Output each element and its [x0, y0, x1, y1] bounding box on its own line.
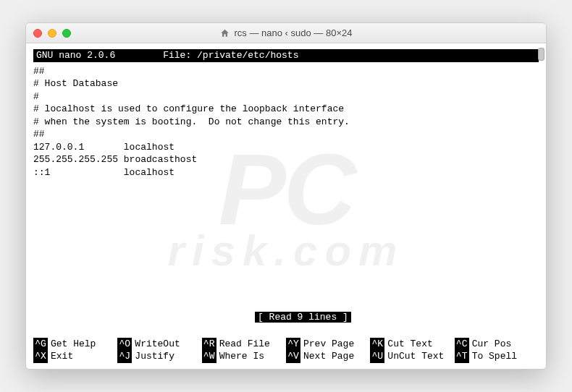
shortcut-label: Get Help [51, 338, 96, 351]
shortcut-read-file: ^RRead File [202, 338, 286, 351]
shortcut-label: Next Page [303, 350, 354, 363]
shortcut-next-page: ^VNext Page [286, 350, 370, 363]
key-label: ^J [117, 350, 132, 363]
key-label: ^U [370, 350, 384, 363]
key-label: ^G [33, 338, 48, 351]
window-titlebar[interactable]: rcs — nano ‹ sudo — 80×24 [26, 23, 546, 43]
shortcut-label: Prev Page [303, 338, 354, 351]
shortcut-label: To Spell [472, 350, 517, 363]
shortcut-justify: ^JJustify [117, 350, 201, 363]
key-label: ^V [286, 350, 300, 363]
shortcut-label: Justify [135, 350, 174, 363]
shortcut-where-is: ^WWhere Is [202, 350, 286, 363]
nano-version: GNU nano 2.0.6 [36, 49, 119, 62]
shortcut-prev-page: ^YPrev Page [286, 338, 370, 351]
shortcut-writeout: ^OWriteOut [117, 338, 201, 351]
shortcut-to-spell: ^TTo Spell [455, 350, 539, 363]
scrollbar[interactable] [537, 48, 544, 365]
key-label: ^T [455, 350, 469, 363]
key-label: ^C [455, 338, 469, 351]
key-label: ^W [202, 350, 216, 363]
shortcut-get-help: ^GGet Help [33, 338, 117, 351]
key-label: ^O [117, 338, 132, 351]
key-label: ^R [202, 338, 216, 351]
shortcut-cut-text: ^KCut Text [370, 338, 454, 351]
shortcut-label: UnCut Text [387, 350, 444, 363]
nano-header: GNU nano 2.0.6 File: /private/etc/hosts [33, 49, 539, 62]
terminal-body[interactable]: PC risk.com GNU nano 2.0.6 File: /privat… [26, 43, 546, 369]
nano-file-label: File: /private/etc/hosts [119, 49, 536, 62]
key-label: ^X [33, 350, 48, 363]
scrollbar-thumb[interactable] [538, 48, 544, 61]
minimize-icon[interactable] [48, 29, 56, 38]
nano-shortcuts: ^GGet Help ^OWriteOut ^RRead File ^YPrev… [33, 338, 539, 363]
shortcut-label: Exit [51, 350, 73, 363]
close-icon[interactable] [33, 29, 42, 38]
key-label: ^K [370, 338, 384, 351]
traffic-lights [33, 29, 71, 38]
shortcut-label: Cut Text [387, 338, 432, 351]
shortcut-cur-pos: ^CCur Pos [455, 338, 539, 351]
window-title-text: rcs — nano ‹ sudo — 80×24 [235, 27, 353, 38]
shortcut-uncut-text: ^UUnCut Text [370, 350, 454, 363]
shortcut-label: Read File [219, 338, 270, 351]
zoom-icon[interactable] [62, 29, 71, 38]
nano-status-text: [ Read 9 lines ] [255, 312, 351, 323]
shortcut-label: WriteOut [135, 338, 180, 351]
home-icon [220, 28, 230, 38]
shortcut-exit: ^XExit [33, 350, 117, 363]
key-label: ^Y [286, 338, 300, 351]
editor-content[interactable]: ## # Host Database # # localhost is used… [33, 65, 539, 299]
shortcut-label: Cur Pos [472, 338, 512, 351]
shortcut-label: Where Is [219, 350, 264, 363]
nano-status: [ Read 9 lines ] [33, 298, 539, 336]
window-title: rcs — nano ‹ sudo — 80×24 [220, 27, 353, 38]
terminal-window: rcs — nano ‹ sudo — 80×24 PC risk.com GN… [25, 22, 547, 370]
